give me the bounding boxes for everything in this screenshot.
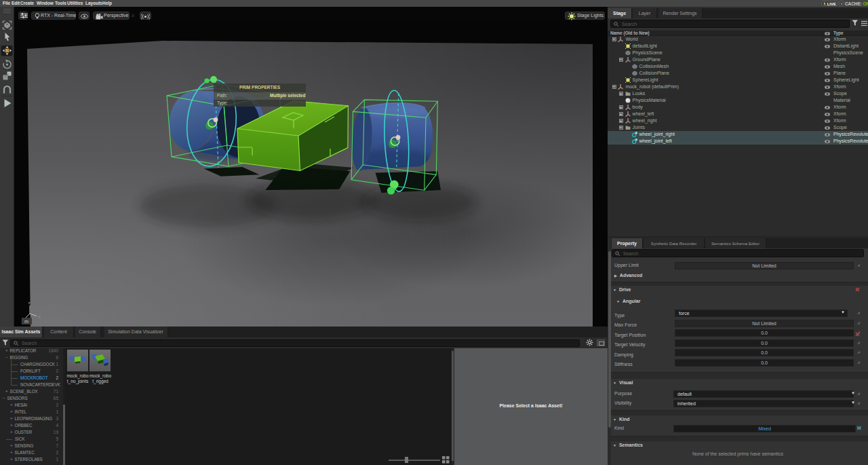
svg-text:m: m [24,319,28,324]
svg-text:z: z [28,301,31,305]
svg-text:Y: Y [38,315,41,319]
